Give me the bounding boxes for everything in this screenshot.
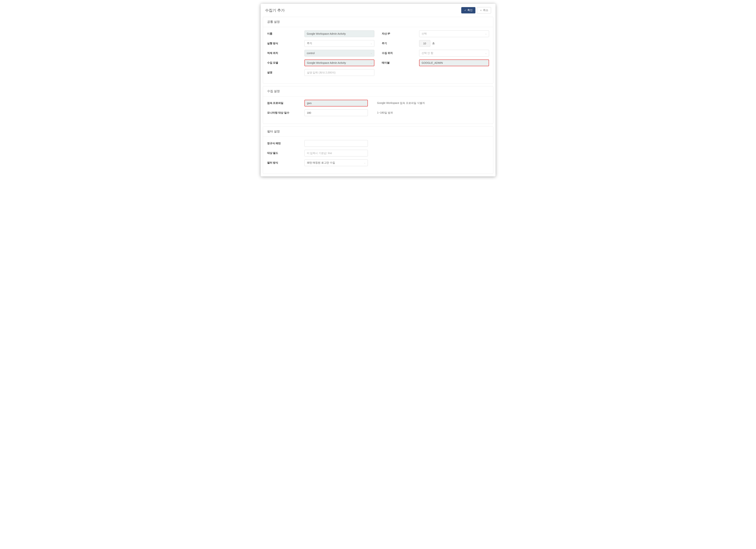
interval-label: 주기: [382, 42, 419, 45]
desc-input[interactable]: [304, 69, 374, 76]
cancel-button-label: 취소: [483, 9, 488, 12]
exec-method-select[interactable]: 주기 ⌵: [304, 40, 374, 47]
asset-ip-value: 선택: [422, 32, 427, 35]
target-field-label: 대상 필드: [267, 151, 304, 155]
confirm-button-label: 확인: [467, 9, 473, 12]
asset-ip-label: 자산 IP: [382, 32, 419, 35]
modal-header: 수집기 추가 확인 취소: [261, 4, 496, 17]
monitor-days-input[interactable]: [304, 109, 368, 116]
profile-label: 접속 프로파일: [267, 101, 304, 105]
name-input[interactable]: [304, 30, 374, 37]
target-field-input[interactable]: [304, 150, 368, 156]
interval-input[interactable]: [419, 40, 430, 47]
interval-unit: 초: [432, 42, 435, 45]
collect-settings-body: 접속 프로파일 Google Workspace 접속 프로파일 식별자 모니터…: [263, 96, 493, 124]
regex-label: 정규식 패턴: [267, 142, 304, 145]
table-label: 테이블: [382, 61, 419, 65]
regex-input[interactable]: [304, 140, 368, 147]
chevron-down-icon: ⌵: [371, 42, 372, 45]
modal-title: 수집기 추가: [265, 8, 285, 13]
exec-method-value: 주기: [307, 42, 312, 45]
common-settings-section: 공통 설정 이름 자산 IP 선택 ⌵: [263, 17, 493, 84]
confirm-button[interactable]: 확인: [461, 7, 475, 13]
check-icon: [464, 9, 466, 12]
chevron-down-icon: ⌵: [370, 62, 372, 64]
storage-label: 적재 위치: [267, 51, 304, 55]
asset-ip-select[interactable]: 선택 ⌵: [419, 30, 489, 37]
collect-settings-title: 수집 설정: [263, 86, 493, 96]
chevron-down-icon: ⌵: [485, 52, 487, 54]
filter-settings-title: 필터 설정: [263, 127, 493, 137]
filter-settings-section: 필터 설정 정규식 패턴 대상 필드 필터 방식 패턴 매칭된 로그만 수집: [263, 126, 493, 174]
filter-settings-body: 정규식 패턴 대상 필드 필터 방식 패턴 매칭된 로그만 수집 ⌵: [263, 137, 493, 174]
collect-loc-select[interactable]: 선택 안 함 ⌵: [419, 50, 489, 57]
chevron-down-icon: ⌵: [364, 161, 365, 164]
chevron-down-icon: ⌵: [485, 32, 487, 35]
common-settings-title: 공통 설정: [263, 17, 493, 27]
cancel-button[interactable]: 취소: [477, 7, 491, 13]
collect-settings-section: 수집 설정 접속 프로파일 Google Workspace 접속 프로파일 식…: [263, 86, 493, 124]
filter-method-select[interactable]: 패턴 매칭된 로그만 수집 ⌵: [304, 159, 368, 166]
collect-model-select[interactable]: Google Workspace Admin Activity ⌵: [304, 59, 374, 66]
exec-method-label: 실행 방식: [267, 42, 304, 45]
collect-model-label: 수집 모델: [267, 61, 304, 65]
collect-model-value: Google Workspace Admin Activity: [307, 61, 346, 64]
add-collector-modal: 수집기 추가 확인 취소 공통 설정 이름: [261, 4, 496, 176]
name-label: 이름: [267, 32, 304, 35]
chevron-down-icon: ⌵: [371, 52, 372, 54]
close-icon: [480, 9, 482, 12]
storage-select[interactable]: control ⌵: [304, 50, 374, 57]
filter-method-value: 패턴 매칭된 로그만 수집: [307, 161, 335, 164]
monitor-days-label: 모니터링 대상 일수: [267, 111, 304, 114]
desc-label: 설명: [267, 71, 304, 74]
monitor-days-help: 1~180일 범위: [377, 111, 393, 114]
storage-value: control: [307, 52, 315, 55]
filter-method-label: 필터 방식: [267, 161, 304, 164]
collect-loc-label: 수집 위치: [382, 51, 419, 55]
header-buttons: 확인 취소: [461, 7, 491, 13]
common-settings-body: 이름 자산 IP 선택 ⌵ 실행 방식: [263, 27, 493, 83]
profile-help: Google Workspace 접속 프로파일 식별자: [377, 101, 425, 105]
collect-loc-value: 선택 안 함: [422, 51, 433, 55]
table-input[interactable]: [419, 59, 489, 66]
profile-input[interactable]: [304, 100, 368, 106]
